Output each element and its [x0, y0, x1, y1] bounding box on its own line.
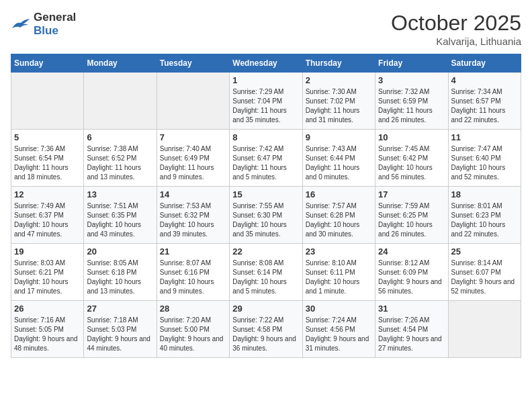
day-cell: 6 Sunrise: 7:38 AMSunset: 6:52 PMDayligh…: [84, 130, 157, 187]
day-cell: 19 Sunrise: 8:03 AMSunset: 6:21 PMDaylig…: [11, 244, 84, 301]
day-cell: 23 Sunrise: 8:10 AMSunset: 6:11 PMDaylig…: [302, 244, 375, 301]
logo: General Blue: [11, 11, 76, 38]
week-row-3: 12 Sunrise: 7:49 AMSunset: 6:37 PMDaylig…: [11, 187, 521, 244]
week-row-2: 5 Sunrise: 7:36 AMSunset: 6:54 PMDayligh…: [11, 130, 521, 187]
day-info: Sunrise: 7:36 AMSunset: 6:54 PMDaylight:…: [14, 144, 81, 182]
day-info: Sunrise: 8:05 AMSunset: 6:18 PMDaylight:…: [87, 259, 153, 296]
day-info: Sunrise: 7:26 AMSunset: 4:54 PMDaylight:…: [378, 316, 445, 353]
day-info: Sunrise: 8:03 AMSunset: 6:21 PMDaylight:…: [14, 259, 81, 296]
day-info: Sunrise: 7:49 AMSunset: 6:37 PMDaylight:…: [14, 201, 81, 239]
day-number: 13: [87, 189, 153, 199]
day-info: Sunrise: 8:01 AMSunset: 6:23 PMDaylight:…: [451, 201, 518, 239]
day-info: Sunrise: 8:12 AMSunset: 6:09 PMDaylight:…: [378, 259, 445, 296]
day-number: 2: [306, 75, 372, 85]
day-number: 5: [14, 132, 81, 142]
day-number: 3: [378, 75, 445, 85]
day-cell: [84, 73, 157, 130]
header-cell-sunday: Sunday: [11, 54, 84, 73]
day-number: 16: [306, 189, 372, 199]
day-info: Sunrise: 7:42 AMSunset: 6:47 PMDaylight:…: [232, 144, 299, 182]
day-cell: 1 Sunrise: 7:29 AMSunset: 7:04 PMDayligh…: [230, 73, 302, 130]
day-number: 22: [232, 246, 299, 257]
day-cell: 25 Sunrise: 8:14 AMSunset: 6:07 PMDaylig…: [448, 244, 521, 301]
day-number: 25: [451, 246, 518, 257]
day-cell: [11, 73, 84, 130]
day-cell: 28 Sunrise: 7:20 AMSunset: 5:00 PMDaylig…: [157, 301, 229, 358]
day-number: 21: [160, 246, 226, 257]
day-cell: 10 Sunrise: 7:45 AMSunset: 6:42 PMDaylig…: [375, 130, 448, 187]
calendar-header: SundayMondayTuesdayWednesdayThursdayFrid…: [11, 54, 521, 73]
day-cell: 13 Sunrise: 7:51 AMSunset: 6:35 PMDaylig…: [84, 187, 157, 244]
day-cell: 24 Sunrise: 8:12 AMSunset: 6:09 PMDaylig…: [375, 244, 448, 301]
day-cell: 3 Sunrise: 7:32 AMSunset: 6:59 PMDayligh…: [375, 73, 448, 130]
day-info: Sunrise: 7:55 AMSunset: 6:30 PMDaylight:…: [232, 201, 299, 239]
day-info: Sunrise: 7:16 AMSunset: 5:05 PMDaylight:…: [14, 316, 81, 353]
day-info: Sunrise: 7:24 AMSunset: 4:56 PMDaylight:…: [306, 316, 372, 353]
day-info: Sunrise: 7:34 AMSunset: 6:57 PMDaylight:…: [451, 87, 518, 125]
day-info: Sunrise: 7:43 AMSunset: 6:44 PMDaylight:…: [306, 144, 372, 182]
day-cell: 11 Sunrise: 7:47 AMSunset: 6:40 PMDaylig…: [448, 130, 521, 187]
day-info: Sunrise: 8:07 AMSunset: 6:16 PMDaylight:…: [160, 259, 226, 296]
day-info: Sunrise: 7:47 AMSunset: 6:40 PMDaylight:…: [451, 144, 518, 182]
day-number: 17: [378, 189, 445, 199]
day-cell: 9 Sunrise: 7:43 AMSunset: 6:44 PMDayligh…: [302, 130, 375, 187]
day-info: Sunrise: 7:53 AMSunset: 6:32 PMDaylight:…: [160, 201, 226, 239]
day-info: Sunrise: 8:14 AMSunset: 6:07 PMDaylight:…: [451, 259, 518, 296]
day-info: Sunrise: 7:22 AMSunset: 4:58 PMDaylight:…: [232, 316, 299, 353]
day-cell: 18 Sunrise: 8:01 AMSunset: 6:23 PMDaylig…: [448, 187, 521, 244]
day-number: 14: [160, 189, 226, 199]
day-info: Sunrise: 8:08 AMSunset: 6:14 PMDaylight:…: [232, 259, 299, 296]
day-cell: 14 Sunrise: 7:53 AMSunset: 6:32 PMDaylig…: [157, 187, 229, 244]
day-info: Sunrise: 7:51 AMSunset: 6:35 PMDaylight:…: [87, 201, 153, 239]
header-cell-tuesday: Tuesday: [157, 54, 229, 73]
day-cell: [157, 73, 229, 130]
day-number: 12: [14, 189, 81, 199]
day-number: 24: [378, 246, 445, 257]
logo-icon: [11, 16, 31, 32]
day-cell: [448, 301, 521, 358]
day-cell: 21 Sunrise: 8:07 AMSunset: 6:16 PMDaylig…: [157, 244, 229, 301]
header-row: SundayMondayTuesdayWednesdayThursdayFrid…: [11, 54, 521, 73]
day-info: Sunrise: 7:38 AMSunset: 6:52 PMDaylight:…: [87, 144, 153, 182]
calendar-body: 1 Sunrise: 7:29 AMSunset: 7:04 PMDayligh…: [11, 73, 521, 358]
day-info: Sunrise: 7:57 AMSunset: 6:28 PMDaylight:…: [306, 201, 372, 239]
header-cell-wednesday: Wednesday: [230, 54, 302, 73]
day-info: Sunrise: 8:10 AMSunset: 6:11 PMDaylight:…: [306, 259, 372, 296]
day-number: 8: [232, 132, 299, 142]
day-cell: 26 Sunrise: 7:16 AMSunset: 5:05 PMDaylig…: [11, 301, 84, 358]
day-number: 18: [451, 189, 518, 199]
week-row-4: 19 Sunrise: 8:03 AMSunset: 6:21 PMDaylig…: [11, 244, 521, 301]
day-info: Sunrise: 7:40 AMSunset: 6:49 PMDaylight:…: [160, 144, 226, 182]
day-cell: 22 Sunrise: 8:08 AMSunset: 6:14 PMDaylig…: [230, 244, 302, 301]
day-cell: 16 Sunrise: 7:57 AMSunset: 6:28 PMDaylig…: [302, 187, 375, 244]
day-number: 15: [232, 189, 299, 199]
day-cell: 8 Sunrise: 7:42 AMSunset: 6:47 PMDayligh…: [230, 130, 302, 187]
day-number: 9: [306, 132, 372, 142]
day-info: Sunrise: 7:45 AMSunset: 6:42 PMDaylight:…: [378, 144, 445, 182]
header-cell-friday: Friday: [375, 54, 448, 73]
title-block: October 2025 Kalvarija, Lithuania: [391, 11, 521, 47]
month-title: October 2025: [391, 11, 521, 36]
day-number: 23: [306, 246, 372, 257]
day-cell: 7 Sunrise: 7:40 AMSunset: 6:49 PMDayligh…: [157, 130, 229, 187]
day-info: Sunrise: 7:18 AMSunset: 5:03 PMDaylight:…: [87, 316, 153, 353]
day-cell: 4 Sunrise: 7:34 AMSunset: 6:57 PMDayligh…: [448, 73, 521, 130]
day-cell: 17 Sunrise: 7:59 AMSunset: 6:25 PMDaylig…: [375, 187, 448, 244]
day-cell: 20 Sunrise: 8:05 AMSunset: 6:18 PMDaylig…: [84, 244, 157, 301]
day-cell: 5 Sunrise: 7:36 AMSunset: 6:54 PMDayligh…: [11, 130, 84, 187]
day-number: 10: [378, 132, 445, 142]
day-number: 7: [160, 132, 226, 142]
location-subtitle: Kalvarija, Lithuania: [391, 36, 521, 47]
day-info: Sunrise: 7:32 AMSunset: 6:59 PMDaylight:…: [378, 87, 445, 125]
header-cell-monday: Monday: [84, 54, 157, 73]
day-number: 31: [378, 304, 445, 314]
day-info: Sunrise: 7:20 AMSunset: 5:00 PMDaylight:…: [160, 316, 226, 353]
day-cell: 30 Sunrise: 7:24 AMSunset: 4:56 PMDaylig…: [302, 301, 375, 358]
day-number: 4: [451, 75, 518, 85]
week-row-1: 1 Sunrise: 7:29 AMSunset: 7:04 PMDayligh…: [11, 73, 521, 130]
day-cell: 2 Sunrise: 7:30 AMSunset: 7:02 PMDayligh…: [302, 73, 375, 130]
day-number: 28: [160, 304, 226, 314]
logo-text: General Blue: [34, 11, 76, 38]
day-number: 6: [87, 132, 153, 142]
header-cell-saturday: Saturday: [448, 54, 521, 73]
